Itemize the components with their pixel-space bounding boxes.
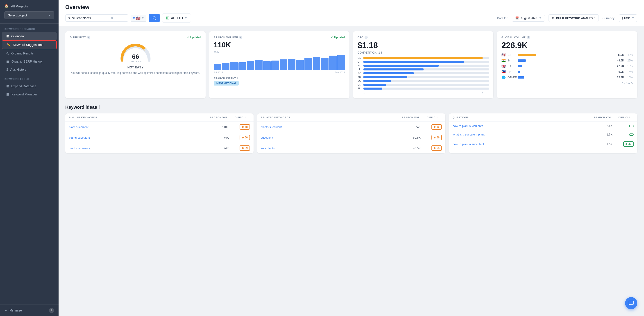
ki-col-vol: SEARCH VOL. xyxy=(400,116,421,119)
help-icon[interactable]: ? xyxy=(49,308,54,313)
ki-row: how to plant a succulent 1.6K 42 xyxy=(449,139,637,149)
search-button[interactable] xyxy=(148,14,160,22)
google-flag-selector[interactable]: G 🇺🇸 ▼ xyxy=(130,15,146,21)
ki-col-keyword: SIMILAR KEYWORDS xyxy=(69,116,208,119)
main-content: DIFFICULTY i ✓ Updated xyxy=(58,26,644,316)
country-pct: 4% xyxy=(626,70,633,73)
cpc-label: CPC i xyxy=(358,36,368,39)
country-vol: 110K xyxy=(615,53,624,56)
ki-vol: 74K xyxy=(208,147,229,150)
diff-dot xyxy=(242,137,244,138)
sv-bar xyxy=(214,64,221,70)
ki-vol: 2.4K xyxy=(592,124,612,128)
ki-card-similar: SIMILAR KEYWORDS SEARCH VOL. DIFFICUL...… xyxy=(65,113,254,153)
chat-fab[interactable] xyxy=(625,297,637,309)
calendar-icon: 📅 xyxy=(515,16,519,20)
ki-header: RELATED KEYWORDS SEARCH VOL. DIFFICUL... xyxy=(257,113,446,122)
info-icon[interactable]: i xyxy=(239,36,242,39)
info-icon[interactable]: i xyxy=(87,36,90,39)
flag-icon: 🇵🇭 xyxy=(502,70,506,74)
ki-diff-badge xyxy=(629,133,634,136)
minimize-button[interactable]: ← Minimize xyxy=(4,309,22,312)
svg-line-1 xyxy=(155,19,156,19)
gv-bar xyxy=(518,59,526,62)
difficulty-card-header: DIFFICULTY i ✓ Updated xyxy=(70,36,201,39)
info-icon[interactable]: i xyxy=(237,77,238,80)
ki-keyword[interactable]: plants succulent xyxy=(69,136,208,139)
main-panel: Overview ✕ G 🇺🇸 ▼ ⊞ ADD TO ▼ xyxy=(58,0,644,316)
sv-bar xyxy=(280,59,287,70)
sidebar-item-overview[interactable]: ⊞ Overview xyxy=(2,32,57,40)
gv-country-item: 🇬🇧 UK 22.2K 10% xyxy=(502,64,633,68)
cpc-card-header: CPC i xyxy=(358,36,489,39)
ki-keyword[interactable]: what is a succulent plant xyxy=(452,133,591,136)
check-icon: ✓ xyxy=(331,36,333,39)
svg-text:66: 66 xyxy=(132,53,139,60)
clear-icon[interactable]: ✕ xyxy=(110,16,113,20)
sidebar-item-keyword-manager[interactable]: ▦ Keyword Manager xyxy=(2,90,57,98)
ki-keyword[interactable]: succulent xyxy=(261,136,400,139)
ki-keyword[interactable]: plant succulents xyxy=(69,147,208,150)
ki-diff-badge: 58 xyxy=(240,124,250,130)
search-input[interactable] xyxy=(68,16,109,20)
ki-vol: 60.5K xyxy=(400,136,421,139)
all-projects-link[interactable]: 🏠 All Projects xyxy=(4,4,54,8)
info-icon[interactable]: i xyxy=(98,105,100,110)
country-vol: 9.9K xyxy=(615,70,624,73)
country-code: SG xyxy=(358,79,362,82)
gauge-svg: 66 OUT OF 100 xyxy=(118,41,154,64)
toolbar: ✕ G 🇺🇸 ▼ ⊞ ADD TO ▼ Data for: xyxy=(65,13,637,22)
ki-keyword[interactable]: how to plant succulents xyxy=(452,124,591,128)
ki-row: how to plant succulents 2.4K xyxy=(449,122,637,130)
sidebar-item-organic-results[interactable]: ◎ Organic Results xyxy=(2,49,57,57)
ki-keyword[interactable]: succulents xyxy=(261,147,400,150)
country-bar-bg xyxy=(364,80,489,82)
manager-icon: ▦ xyxy=(6,92,9,96)
country-bar-bg xyxy=(364,76,489,78)
currency-select[interactable]: $ USD ▼ xyxy=(619,14,637,22)
country-code: KR xyxy=(358,76,362,78)
home-icon: 🏠 xyxy=(4,4,9,8)
project-select[interactable]: Select project ▼ xyxy=(4,11,54,19)
sidebar-item-ads-history[interactable]: $ Ads History xyxy=(2,65,57,74)
country-code: GR xyxy=(358,60,362,63)
gv-pagination: 1 - 5 of 5 xyxy=(502,82,633,85)
sidebar-item-keyword-suggestions[interactable]: ✏️ Keyword Suggestions xyxy=(2,40,57,49)
ki-row: succulent 60.5K 66 xyxy=(257,132,446,143)
ki-row: plants succulent 74K 66 xyxy=(257,122,446,132)
cpc-value: $1.18 xyxy=(358,41,489,50)
ki-keyword[interactable]: plant succulent xyxy=(69,125,208,129)
difficulty-description: You will need a lot of high-quality refe… xyxy=(70,71,201,75)
diff-dot xyxy=(434,147,436,149)
expand-icon: ⊞ xyxy=(6,84,9,88)
sv-bar xyxy=(304,58,312,70)
sidebar-item-expand-database[interactable]: ⊞ Expand Database xyxy=(2,82,57,90)
ki-col-diff: DIFFICUL... xyxy=(230,116,250,119)
sv-bar xyxy=(263,61,271,70)
ki-keyword[interactable]: plants succulent xyxy=(261,125,400,129)
competition-value: 1 xyxy=(378,51,380,54)
ki-diff-badge: 59 xyxy=(240,145,250,151)
add-to-button[interactable]: ⊞ ADD TO ▼ xyxy=(162,13,191,22)
ki-row: plants succulent 74K 66 xyxy=(65,132,254,143)
ki-keyword[interactable]: how to plant a succulent xyxy=(452,142,591,146)
flag-icon: 🇺🇸 xyxy=(502,53,506,57)
info-icon[interactable]: i xyxy=(381,51,382,54)
sv-chart xyxy=(214,54,345,70)
arrow-left-icon: ← xyxy=(4,309,8,312)
chevron-down-icon: ▼ xyxy=(184,16,187,19)
date-picker[interactable]: 📅 August 2023 ▼ xyxy=(512,15,545,21)
gv-country-item: 🇺🇸 US 110K 48% xyxy=(502,53,633,57)
country-vol: 49.5K xyxy=(615,59,624,62)
info-icon[interactable]: i xyxy=(364,36,368,39)
ki-header: SIMILAR KEYWORDS SEARCH VOL. DIFFICUL... xyxy=(65,113,254,122)
info-icon[interactable]: i xyxy=(527,36,530,39)
sidebar-bottom: ← Minimize ? xyxy=(0,305,58,316)
bulk-keyword-analysis-button[interactable]: ⊞ BULK KEYWORD ANALYSIS xyxy=(548,14,599,22)
sv-chart-labels: Jul 2022 Jan 2023 xyxy=(214,71,345,74)
sv-bar xyxy=(296,60,304,70)
cpc-card: CPC i $1.18 COMPETITION: 1 i USGRNLLTROK… xyxy=(353,31,493,98)
difficulty-rating: NOT EASY xyxy=(70,65,201,69)
sidebar-item-organic-serp-history[interactable]: ▦ Organic SERP History xyxy=(2,57,57,65)
country-vol: 35.3K xyxy=(615,76,624,79)
